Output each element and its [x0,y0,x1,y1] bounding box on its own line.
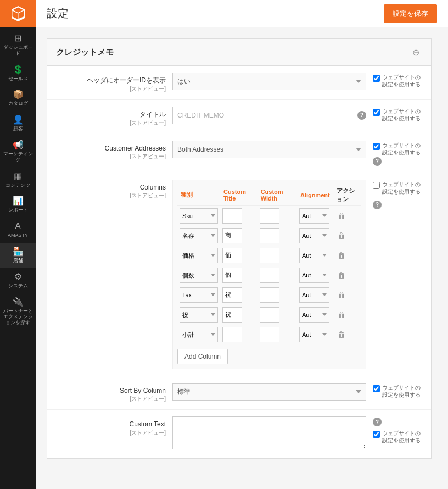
sidebar-item-stores[interactable]: 🏪 店舗 [0,243,36,268]
sidebar-item-system[interactable]: ⚙ システム [0,268,36,293]
title-help-icon[interactable]: ? [357,111,366,120]
addresses-help-icon[interactable]: ? [373,157,382,166]
website-checkbox-addresses[interactable] [373,143,380,150]
sidebar-item-partners[interactable]: 🔌 パートナーとエクステンションを探す [0,293,36,330]
sidebar-item-customers[interactable]: 👤 顧客 [0,111,36,136]
table-row: Tax Aut 🗑 [177,285,361,305]
col-alignment-2[interactable]: Aut [299,248,329,263]
col-custom-title-3[interactable] [222,268,242,283]
website-checkbox-row: ウェブサイトの設定を使用する [373,74,422,88]
main-wrapper: 設定 設定を保存 クレジットメモ ⊖ ヘッダにオーダーIDを表示 [ストアビュー… [36,0,448,489]
website-checkbox-row-sort: ウェブサイトの設定を使用する [373,384,422,398]
logo[interactable] [0,0,36,27]
customer-addresses-select[interactable]: Both Addresses Billing Address Shipping … [172,141,366,158]
col-header-type: 種別 [177,185,220,206]
col-header-alignment: Alignment [297,185,333,206]
col-alignment-3[interactable]: Aut [299,268,329,283]
website-checkbox-columns[interactable] [373,182,380,189]
website-checkbox-title[interactable] [373,109,380,116]
website-checkbox-header-order-id[interactable] [373,75,380,82]
content-area: クレジットメモ ⊖ ヘッダにオーダーIDを表示 [ストアビュー] はい いいえ [36,27,448,489]
custom-text-help-icon[interactable]: ? [373,418,382,426]
partners-icon: 🔌 [13,298,24,307]
col-type-select-4[interactable]: Tax [180,287,218,303]
save-button[interactable]: 設定を保存 [384,4,437,23]
delete-row-button-1[interactable]: 🗑 [335,230,348,241]
website-checkbox-sort[interactable] [373,385,380,392]
col-alignment-5[interactable]: Aut [299,307,329,323]
sidebar-item-content[interactable]: ▦ コンテンツ [0,168,36,193]
field-sort-by-column: Sort By Column [ストアビュー] 標準 ウェブサイトの設定を使用す… [47,376,431,410]
columns-help-icon[interactable]: ? [373,201,382,209]
sidebar-item-sales[interactable]: 💲 セールス [0,61,36,86]
field-header-order-id: ヘッダにオーダーIDを表示 [ストアビュー] はい いいえ ウェブサイトの設定を… [47,66,431,100]
title-input[interactable] [172,107,354,124]
col-type-select-0[interactable]: Sku [180,208,218,224]
side-header-order-id: ウェブサイトの設定を使用する [373,73,422,88]
col-custom-title-2[interactable] [222,248,242,263]
page-title: 設定 [47,6,69,21]
col-custom-width-2[interactable] [260,248,279,263]
col-header-custom-title: Custom Title [220,185,257,206]
col-alignment-0[interactable]: Aut [299,208,329,224]
delete-row-button-3[interactable]: 🗑 [335,270,348,281]
custom-text-input[interactable] [172,416,366,449]
control-title: ? [172,107,366,124]
content-icon: ▦ [14,172,22,181]
control-columns: 種別 Custom Title Custom Width Alignment ア… [172,180,366,369]
dashboard-icon: ⊞ [14,34,21,43]
col-custom-width-4[interactable] [260,287,279,303]
add-column-button[interactable]: Add Column [177,349,228,364]
website-checkbox-row-title: ウェブサイトの設定を使用する [373,108,422,122]
col-custom-title-4[interactable] [222,287,242,303]
delete-row-button-2[interactable]: 🗑 [335,250,348,261]
table-row: 祝 Aut 🗑 [177,305,361,325]
system-icon: ⚙ [14,273,22,281]
table-row: 名存 Aut 🗑 [177,226,361,246]
sort-by-column-select[interactable]: 標準 [172,383,366,401]
sidebar-item-reports[interactable]: 📊 レポート [0,192,36,218]
col-custom-title-5[interactable] [222,307,242,323]
delete-row-button-5[interactable]: 🗑 [335,309,348,320]
col-type-select-5[interactable]: 祝 [180,307,218,323]
col-alignment-4[interactable]: Aut [299,287,329,303]
table-row: Sku Aut 🗑 [177,205,361,226]
delete-row-button-4[interactable]: 🗑 [335,290,348,301]
sales-icon: 💲 [13,65,24,74]
sidebar-item-marketing[interactable]: 📢 マーケティング [0,136,36,168]
col-custom-title-0[interactable] [222,208,242,224]
col-type-select-2[interactable]: 価格 [180,248,218,263]
columns-area: 種別 Custom Title Custom Width Alignment ア… [172,180,366,369]
sidebar-item-catalog[interactable]: 📦 カタログ [0,86,36,111]
website-checkbox-row-addresses: ウェブサイトの設定を使用する [373,142,422,156]
col-custom-title-1[interactable] [222,228,242,243]
delete-row-button-0[interactable]: 🗑 [335,210,348,221]
sidebar-item-amasty[interactable]: A AMASTY [0,218,36,243]
col-custom-width-0[interactable] [260,208,279,224]
control-custom-text [172,416,366,451]
col-alignment-6[interactable]: Aut [299,327,329,342]
sidebar-item-dashboard[interactable]: ⊞ ダッシュボード [0,30,36,61]
side-sort-by-column: ウェブサイトの設定を使用する [373,383,422,398]
col-custom-width-6[interactable] [260,327,279,342]
reports-icon: 📊 [13,197,24,205]
top-header: 設定 設定を保存 [36,0,448,27]
col-type-select-6[interactable]: 小計 [180,327,218,342]
customers-icon: 👤 [13,115,24,124]
col-custom-title-6[interactable] [222,327,242,342]
website-checkbox-custom-text[interactable] [373,431,380,438]
col-custom-width-1[interactable] [260,228,279,243]
label-header-order-id: ヘッダにオーダーIDを表示 [ストアビュー] [56,73,166,93]
col-type-select-3[interactable]: 個数 [180,268,218,283]
catalog-icon: 📦 [13,90,24,99]
field-columns: Columns [ストアビュー] 種別 Custom Title Custom … [47,173,431,376]
col-custom-width-3[interactable] [260,268,279,283]
header-order-id-select[interactable]: はい いいえ [172,73,366,90]
side-custom-text: ? ウェブサイトの設定を使用する [373,416,422,444]
collapse-button[interactable]: ⊖ [409,46,422,59]
col-alignment-1[interactable]: Aut [299,228,329,243]
col-type-select-1[interactable]: 名存 [180,228,218,243]
field-title: タイトル [ストアビュー] ? ウェブサイトの設定を使用する [47,100,431,134]
col-custom-width-5[interactable] [260,307,279,323]
delete-row-button-6[interactable]: 🗑 [335,329,348,340]
